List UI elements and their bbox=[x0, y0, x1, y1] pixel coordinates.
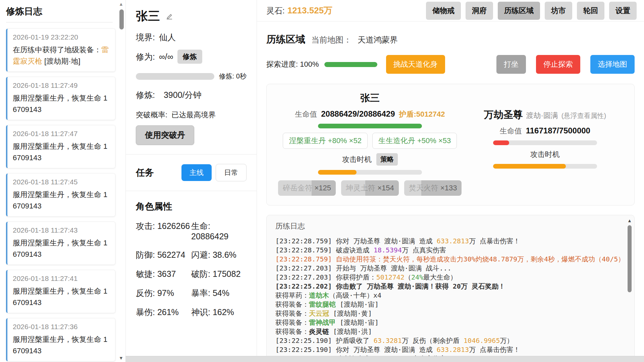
talisman-item[interactable]: 碎岳金符 ×125 bbox=[278, 180, 336, 196]
battle-log-scrollbar[interactable]: ▲ ▼ bbox=[627, 218, 632, 362]
main-area: 灵石:1213.525万 储物戒洞府历练区域坊市轮回设置 历练区域 当前地图： … bbox=[257, 0, 644, 362]
log-entry-time: 2026-01-18 11:27:49 bbox=[13, 81, 110, 89]
log-text: [23:22:27.203] 开始与 万劫圣尊 渡劫·圆满 战斗... bbox=[275, 264, 451, 272]
battle-log-title: 历练日志 bbox=[275, 221, 621, 231]
battle-log-line: 获得装备：雷神战甲 [渡劫期·宙] bbox=[275, 318, 621, 327]
log-text: 63.3281 bbox=[374, 337, 402, 345]
log-entry-time: 2026-01-19 23:22:20 bbox=[13, 33, 110, 41]
cultivation-log-sidebar: 修炼日志 2026-01-19 23:22:20在历练中获得了地级装备：雷霆寂灭… bbox=[0, 0, 118, 362]
spirit-stone-value: 1213.525万 bbox=[287, 5, 332, 15]
log-entry: 2026-01-18 11:27:36服用涅槃重生丹，恢复生命 16709143 bbox=[6, 318, 115, 361]
player-attack-bar bbox=[318, 170, 422, 175]
scrollbar-thumb[interactable] bbox=[628, 225, 632, 292]
log-entry: 2026-01-18 11:27:43服用涅槃重生丹，恢复生命 16709143 bbox=[6, 222, 115, 265]
spirit-stone-label: 灵石: bbox=[266, 6, 285, 15]
log-entry-time: 2026-01-18 11:27:45 bbox=[13, 178, 110, 186]
log-text: 18.5394 bbox=[374, 246, 402, 254]
stop-explore-button[interactable]: 停止探索 bbox=[536, 55, 580, 74]
horizontal-scrollbar-track[interactable] bbox=[125, 356, 644, 362]
log-text: [渡劫期·黄] bbox=[329, 309, 372, 317]
scroll-up-icon[interactable]: ▲ bbox=[627, 218, 632, 223]
attributes-grid: 攻击: 1626266生命: 20886429防御: 562274闪避: 38.… bbox=[136, 221, 247, 318]
attribute-item: 暴伤: 261% bbox=[136, 307, 191, 318]
log-text: 万 反伤（剩余护盾 bbox=[402, 337, 464, 345]
sidebar-scrollbar[interactable]: ▲ ▼ bbox=[118, 0, 125, 362]
tab-main-quest[interactable]: 主线 bbox=[181, 164, 212, 181]
log-entry: 2026-01-18 11:27:45服用涅槃重生丹，恢复生命 16709143 bbox=[6, 173, 115, 217]
player-battle-panel: 张三 生命值 20886429/20886429 护盾:5012742 涅槃重生… bbox=[275, 92, 465, 196]
talisman-item[interactable]: 坤灵土符 ×154 bbox=[341, 180, 399, 196]
scroll-up-icon[interactable]: ▲ bbox=[119, 1, 123, 7]
edit-name-icon[interactable] bbox=[165, 12, 173, 20]
log-text: 万 点暴击伤害！ bbox=[469, 346, 520, 354]
log-text: 万 点暴击伤害！ bbox=[469, 237, 520, 245]
battle-log-line: [23:22:28.759] 自动使用符箓：焚天火符，每秒造成攻击力30%灼烧4… bbox=[275, 255, 621, 264]
log-entry-text: 服用涅槃重生丹，恢复生命 16709143 bbox=[13, 239, 107, 258]
cultivation-label: 修为: bbox=[136, 51, 155, 62]
nav-button-settings[interactable]: 设置 bbox=[609, 2, 637, 20]
enemy-attack-timing-label: 攻击时机 bbox=[530, 149, 560, 160]
divider bbox=[126, 191, 257, 191]
divider bbox=[126, 154, 257, 155]
use-breakthrough-pill-button[interactable]: 使用突破丹 bbox=[136, 125, 194, 145]
battle-log-line: 获得装备：炎灵链 [渡劫期·洪] bbox=[275, 327, 621, 336]
enemy-attack-bar bbox=[493, 164, 597, 169]
nav-button-storage-ring[interactable]: 储物戒 bbox=[426, 2, 461, 20]
log-text: 天云冠 bbox=[309, 309, 329, 317]
log-entry: 2026-01-19 23:22:20在历练中获得了地级装备：雷霆寂灭枪 [渡劫… bbox=[6, 28, 115, 72]
breakthrough-label: 突破概率: bbox=[136, 110, 167, 120]
log-text: [23:22:25.202] 你击败了 万劫圣尊 渡劫·圆满！获得 20万 灵石… bbox=[275, 282, 505, 290]
log-entry-text: 服用涅槃重生丹，恢复生命 16709143 bbox=[13, 142, 107, 162]
log-entry-time: 2026-01-18 11:27:36 bbox=[13, 323, 110, 331]
battle-log-card: 历练日志 [23:22:28.759] 你对 万劫圣尊 渡劫·圆满 造成 633… bbox=[266, 215, 635, 362]
log-text: 获得装备： bbox=[275, 318, 309, 326]
log-text: 1046.9965 bbox=[464, 337, 500, 345]
log-text: [23:22:28.759] 你对 万劫圣尊 渡劫·圆满 造成 bbox=[275, 237, 437, 245]
tab-daily-quest[interactable]: 日常 bbox=[216, 164, 247, 181]
nav-button-market[interactable]: 坊市 bbox=[545, 2, 572, 20]
log-entry-text: 服用涅槃重生丹，恢复生命 16709143 bbox=[13, 190, 107, 210]
scrollbar-thumb[interactable] bbox=[119, 9, 124, 29]
page-title: 历练区域 bbox=[266, 33, 305, 46]
pill-item[interactable]: 生生造化丹 +50% ×53 bbox=[372, 133, 457, 149]
enemy-hp-fill bbox=[493, 140, 509, 145]
log-text: [23:22:25.190] 护盾吸收了 bbox=[275, 337, 374, 345]
meditate-button[interactable]: 打坐 bbox=[496, 55, 526, 74]
attribute-item: 反伤: 97% bbox=[136, 288, 191, 299]
log-entry-text: [渡劫期·地] bbox=[42, 57, 80, 65]
scroll-down-icon[interactable]: ▼ bbox=[119, 355, 123, 361]
log-entry-body: 服用涅槃重生丹，恢复生命 16709143 bbox=[13, 141, 110, 164]
log-text: 5012742 bbox=[376, 273, 405, 281]
log-entry-time: 2026-01-18 11:27:43 bbox=[13, 226, 110, 234]
log-entry: 2026-01-18 11:27:47服用涅槃重生丹，恢复生命 16709143 bbox=[6, 125, 115, 168]
nav-button-cave-dwelling[interactable]: 洞府 bbox=[466, 2, 493, 20]
nav-button-samsara[interactable]: 轮回 bbox=[577, 2, 604, 20]
enemy-hp-value: 1167187/7500000 bbox=[526, 126, 590, 135]
battle-log-line: [23:22:25.202] 你击败了 万劫圣尊 渡劫·圆满！获得 20万 灵石… bbox=[275, 282, 621, 291]
log-text: 雷纹腿铠 bbox=[309, 300, 336, 308]
log-entry-text: 在历练中获得了地级装备： bbox=[13, 46, 101, 54]
attributes-title: 角色属性 bbox=[136, 200, 247, 213]
log-text: 最大生命） bbox=[423, 273, 457, 281]
enemy-battle-panel[interactable]: 万劫圣尊 渡劫·圆满 (悬浮查看属性) 生命值 1167187/7500000 … bbox=[465, 92, 626, 196]
challenge-avatar-button[interactable]: 挑战天道化身 bbox=[386, 55, 445, 74]
nav-button-training-area[interactable]: 历练区域 bbox=[498, 2, 540, 20]
talisman-cooldown-overlay bbox=[421, 180, 462, 196]
strategy-button[interactable]: 策略 bbox=[376, 153, 398, 166]
attribute-item: 生命: 20886429 bbox=[191, 221, 247, 241]
cultivate-button[interactable]: 修炼 bbox=[177, 50, 202, 64]
log-text: 获得草药： bbox=[275, 291, 309, 299]
current-map-label: 当前地图： bbox=[311, 35, 352, 45]
pill-item[interactable]: 涅槃重生丹 +80% ×52 bbox=[283, 133, 367, 149]
log-text: 炎灵链 bbox=[309, 327, 329, 336]
attribute-item: 破防: 175082 bbox=[191, 268, 247, 280]
explore-progress-label: 探索进度: 100% bbox=[266, 59, 319, 69]
battle-log-line: [23:22:27.203] 开始与 万劫圣尊 渡劫·圆满 战斗... bbox=[275, 264, 621, 273]
talisman-item[interactable]: 焚天火符 ×133 bbox=[404, 180, 462, 196]
select-map-button[interactable]: 选择地图 bbox=[590, 55, 635, 74]
enemy-hp-label: 生命值 bbox=[500, 126, 522, 136]
enemy-hp-bar bbox=[493, 140, 597, 145]
battle-log-line: 获得草药：道劫木（高级·十年）x4 bbox=[275, 291, 621, 300]
log-entry: 2026-01-18 11:27:41服用涅槃重生丹，恢复生命 16709143 bbox=[6, 270, 115, 313]
log-entry-text: 服用涅槃重生丹，恢复生命 16709143 bbox=[13, 287, 107, 307]
